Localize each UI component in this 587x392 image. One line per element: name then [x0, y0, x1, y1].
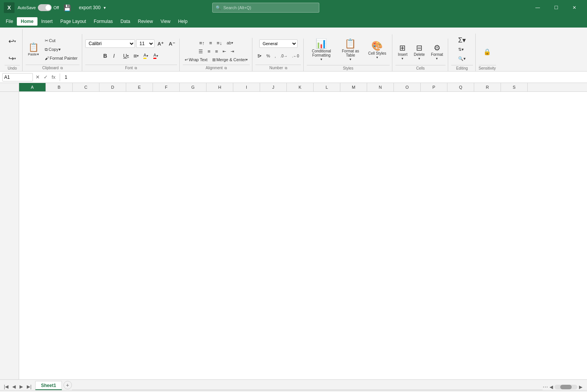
- tab-prev-button[interactable]: ◀: [11, 383, 17, 390]
- decrease-indent-button[interactable]: ⇤: [221, 47, 228, 55]
- maximize-button[interactable]: ☐: [547, 2, 565, 14]
- formula-input[interactable]: [63, 73, 585, 81]
- decrease-decimal-button[interactable]: .←0: [290, 52, 301, 60]
- font-selector[interactable]: Calibri Arial Times New Roman: [85, 39, 135, 48]
- border-button[interactable]: ⊞ ▾: [132, 52, 141, 60]
- col-header-N[interactable]: N: [367, 83, 394, 91]
- sort-filter-button[interactable]: ⇅▾: [456, 45, 468, 54]
- delete-cells-button[interactable]: ⊟ Delete ▾: [411, 41, 427, 63]
- cell-reference-input[interactable]: [2, 73, 33, 81]
- alignment-expand[interactable]: ⧉: [224, 66, 227, 70]
- menu-review[interactable]: Review: [134, 17, 156, 26]
- col-header-Q[interactable]: Q: [447, 83, 474, 91]
- corner-cell[interactable]: [0, 83, 19, 91]
- col-header-E[interactable]: E: [126, 83, 153, 91]
- menu-view[interactable]: View: [157, 17, 174, 26]
- decrease-font-button[interactable]: A⁻: [167, 39, 177, 48]
- filename-dropdown-icon[interactable]: ▾: [104, 5, 106, 10]
- menu-help[interactable]: Help: [174, 17, 192, 26]
- col-header-O[interactable]: O: [394, 83, 421, 91]
- format-cells-button[interactable]: ⚙ Format ▾: [429, 41, 446, 63]
- clipboard-expand[interactable]: ⧉: [60, 66, 63, 70]
- formula-confirm-icon[interactable]: ✓: [42, 74, 49, 80]
- col-header-D[interactable]: D: [99, 83, 126, 91]
- col-header-K[interactable]: K: [287, 83, 314, 91]
- align-center-button[interactable]: ≡: [206, 47, 213, 55]
- increase-decimal-button[interactable]: .0→: [278, 52, 289, 60]
- search-bar[interactable]: 🔍 Search (Alt+Q): [212, 3, 319, 13]
- col-header-S[interactable]: S: [501, 83, 528, 91]
- col-header-M[interactable]: M: [340, 83, 367, 91]
- italic-button[interactable]: I: [111, 52, 120, 60]
- increase-indent-button[interactable]: ⇥: [229, 47, 236, 55]
- align-right-button[interactable]: ≡: [213, 47, 220, 55]
- col-header-R[interactable]: R: [474, 83, 501, 91]
- autosave-toggle[interactable]: [38, 4, 52, 11]
- currency-button[interactable]: $ ▾: [255, 52, 263, 60]
- menu-file[interactable]: File: [2, 17, 17, 26]
- formula-fx-icon[interactable]: fx: [50, 74, 57, 80]
- find-select-button[interactable]: 🔍▾: [456, 54, 468, 63]
- scroll-left-icon[interactable]: ◀: [550, 384, 553, 390]
- cell-styles-button[interactable]: 🎨 Cell Styles ▾: [366, 37, 389, 63]
- col-header-J[interactable]: J: [260, 83, 287, 91]
- menu-data[interactable]: Data: [117, 17, 134, 26]
- add-sheet-button[interactable]: +: [63, 381, 72, 389]
- increase-font-button[interactable]: A⁺: [156, 39, 166, 48]
- sensitivity-button[interactable]: 🔒: [481, 48, 493, 56]
- menu-insert[interactable]: Insert: [37, 17, 57, 26]
- col-header-L[interactable]: L: [314, 83, 340, 91]
- tab-last-button[interactable]: ▶|: [25, 383, 33, 390]
- fill-color-button[interactable]: A ▾: [141, 52, 151, 60]
- font-color-button[interactable]: A ▾: [151, 52, 161, 60]
- orientation-button[interactable]: ab ▾: [225, 39, 235, 47]
- col-header-A[interactable]: A: [19, 83, 46, 91]
- col-header-F[interactable]: F: [153, 83, 180, 91]
- font-size-selector[interactable]: 11 89101214: [136, 39, 154, 48]
- save-button[interactable]: 💾: [62, 2, 73, 13]
- col-header-C[interactable]: C: [73, 83, 99, 91]
- format-painter-button[interactable]: 🖌 Format Painter: [43, 54, 80, 62]
- cut-button[interactable]: ✂ Cut: [43, 36, 80, 45]
- number-expand[interactable]: ⧉: [285, 66, 287, 70]
- menu-home[interactable]: Home: [17, 17, 37, 26]
- underline-button[interactable]: U▾: [121, 52, 131, 60]
- percent-button[interactable]: %: [264, 52, 272, 60]
- copy-button[interactable]: ⧉ Copy ▾: [43, 45, 80, 54]
- col-header-B[interactable]: B: [46, 83, 73, 91]
- menu-formulas[interactable]: Formulas: [90, 17, 117, 26]
- insert-dropdown: ▾: [402, 57, 403, 60]
- align-middle-button[interactable]: ≡: [207, 39, 214, 47]
- tab-next-button[interactable]: ▶: [18, 383, 24, 390]
- scroll-right-icon[interactable]: ▶: [579, 384, 582, 390]
- col-header-G[interactable]: G: [180, 83, 207, 91]
- minimize-button[interactable]: —: [529, 2, 546, 14]
- conditional-formatting-button[interactable]: 📊 Conditional Formatting ▾: [307, 37, 335, 63]
- comma-button[interactable]: ,: [273, 52, 278, 60]
- col-header-P[interactable]: P: [421, 83, 447, 91]
- merge-center-button[interactable]: ⊞ Merge & Center ▾: [210, 55, 250, 64]
- sheet-tab-sheet1[interactable]: Sheet1: [35, 381, 62, 390]
- sum-button[interactable]: Σ▾: [456, 36, 468, 44]
- format-as-table-button[interactable]: 📋 Format as Table ▾: [337, 37, 364, 63]
- scroll-thumb[interactable]: [560, 385, 572, 389]
- menu-page-layout[interactable]: Page Layout: [57, 17, 90, 26]
- paste-button[interactable]: 📋 Paste ▾: [26, 41, 41, 58]
- paste-label: Paste: [28, 52, 37, 56]
- redo-button[interactable]: ↪ ▾: [6, 53, 18, 64]
- font-expand[interactable]: ⧉: [135, 66, 137, 70]
- bold-button[interactable]: B: [101, 52, 111, 60]
- wrap-text-button[interactable]: ↵ Wrap Text: [183, 55, 210, 64]
- number-format-selector[interactable]: General Number Currency Percentage Date: [259, 39, 298, 48]
- formula-cancel-icon[interactable]: ✕: [34, 74, 41, 80]
- col-header-H[interactable]: H: [207, 83, 233, 91]
- tab-options-icon[interactable]: ⋯: [543, 384, 548, 390]
- insert-cells-button[interactable]: ⊞ Insert ▾: [395, 41, 410, 63]
- align-left-button[interactable]: ☰: [197, 47, 205, 55]
- align-bottom-button[interactable]: ≡↓: [215, 39, 224, 47]
- align-top-button[interactable]: ≡↑: [197, 39, 207, 47]
- col-header-I[interactable]: I: [233, 83, 260, 91]
- close-button[interactable]: ✕: [566, 2, 583, 14]
- undo-button[interactable]: ↩ ▾: [5, 30, 20, 53]
- tab-first-button[interactable]: |◀: [2, 383, 10, 390]
